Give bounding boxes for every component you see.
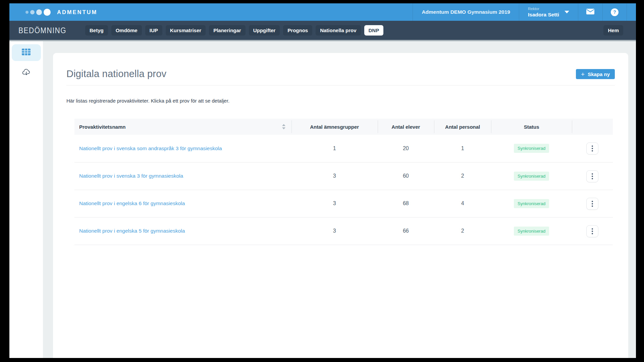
row-menu-button[interactable] [586, 225, 598, 237]
tab-uppgifter[interactable]: Uppgifter [249, 25, 280, 36]
page-description: Här listas registrerade provaktiviteter.… [66, 98, 615, 104]
staff-count: 2 [434, 162, 491, 190]
table-row: Nationellt prov i svenska som andraspråk… [74, 135, 613, 162]
school-name: Admentum DEMO Gymnasium 2019 [413, 3, 519, 21]
main-card: Digitala nationella prov + Skapa ny Här … [53, 53, 628, 358]
table-grid-icon [22, 49, 31, 57]
sidebar [9, 41, 43, 358]
staff-count: 4 [434, 190, 491, 217]
groups-count: 1 [291, 135, 378, 162]
user-name: Isadora Setti [528, 11, 559, 18]
column-header-name[interactable]: Provaktivitetsnamn [74, 119, 291, 135]
help-icon: ? [611, 8, 619, 16]
column-header-groups: Antal ämnesgrupper [291, 119, 378, 135]
sort-icon[interactable] [282, 124, 285, 129]
sidebar-item-import[interactable] [12, 66, 41, 80]
page-title: Digitala nationella prov [66, 68, 615, 79]
tab-iup[interactable]: IUP [145, 25, 162, 36]
students-count: 66 [378, 217, 434, 245]
logo-dot-icon [44, 9, 51, 16]
logo-dot-icon [25, 11, 29, 14]
students-count: 60 [378, 162, 434, 190]
create-new-label: Skapa ny [588, 71, 610, 77]
tab-omdome[interactable]: Omdöme [111, 25, 142, 36]
topbar-divider [627, 3, 636, 21]
tab-nationella-prov[interactable]: Nationella prov [316, 25, 361, 36]
groups-count: 3 [291, 162, 378, 190]
test-link[interactable]: Nationellt prov i svenska 3 för gymnasie… [79, 173, 183, 179]
plus-icon: + [581, 71, 585, 77]
status-badge: Synkroniserad [514, 144, 549, 153]
status-badge: Synkroniserad [514, 172, 549, 181]
top-bar: ADMENTUM Admentum DEMO Gymnasium 2019 Re… [9, 3, 636, 21]
logo-dot-icon [36, 9, 42, 15]
column-header-actions [572, 119, 613, 135]
help-button[interactable]: ? [602, 3, 627, 21]
user-role: Rektor [528, 6, 559, 11]
table-header-row: Provaktivitetsnamn Antal ämnesgrupper An… [74, 119, 613, 135]
envelope-icon [586, 9, 594, 16]
table-row: Nationellt prov i engelska 6 för gymnasi… [74, 190, 613, 217]
tab-kursmatriser[interactable]: Kursmatriser [166, 25, 206, 36]
row-menu-button[interactable] [586, 170, 598, 182]
title-divider [66, 85, 615, 85]
brand-name: ADMENTUM [57, 9, 97, 15]
cloud-download-icon [22, 69, 31, 77]
test-link[interactable]: Nationellt prov i engelska 6 för gymnasi… [79, 200, 185, 206]
app-window: ADMENTUM Admentum DEMO Gymnasium 2019 Re… [9, 3, 636, 358]
brand-logo[interactable]: ADMENTUM [9, 3, 97, 21]
column-header-staff: Antal personal [434, 119, 491, 135]
logo-dot-icon [30, 10, 35, 14]
sidebar-item-tests[interactable] [12, 44, 41, 61]
create-new-button[interactable]: + Skapa ny [576, 69, 615, 79]
table-row: Nationellt prov i engelska 5 för gymnasi… [74, 217, 613, 245]
tab-planeringar[interactable]: Planeringar [209, 25, 246, 36]
row-menu-button[interactable] [586, 142, 598, 155]
tab-betyg[interactable]: Betyg [85, 25, 108, 36]
messages-button[interactable] [578, 3, 602, 21]
module-nav-bar: BEDÖMNING Betyg Omdöme IUP Kursmatriser … [9, 21, 636, 41]
staff-count: 2 [434, 217, 491, 245]
students-count: 68 [378, 190, 434, 217]
nav-tabs: Betyg Omdöme IUP Kursmatriser Planeringa… [85, 25, 383, 36]
tab-hem[interactable]: Hem [603, 25, 623, 36]
column-header-students: Antal elever [378, 119, 434, 135]
tab-dnp[interactable]: DNP [364, 25, 384, 36]
row-menu-button[interactable] [586, 198, 598, 210]
tab-prognos[interactable]: Prognos [283, 25, 312, 36]
module-title: BEDÖMNING [18, 26, 66, 35]
groups-count: 3 [291, 190, 378, 217]
caret-down-icon [565, 11, 569, 13]
column-header-status: Status [491, 119, 572, 135]
test-link[interactable]: Nationellt prov i engelska 5 för gymnasi… [79, 228, 185, 234]
status-badge: Synkroniserad [514, 227, 549, 236]
staff-count: 1 [434, 135, 491, 162]
test-link[interactable]: Nationellt prov i svenska som andraspråk… [79, 145, 222, 151]
students-count: 20 [378, 135, 434, 162]
status-badge: Synkroniserad [514, 199, 549, 208]
tests-table: Provaktivitetsnamn Antal ämnesgrupper An… [74, 119, 613, 245]
content-area: Digitala nationella prov + Skapa ny Här … [9, 41, 636, 358]
table-row: Nationellt prov i svenska 3 för gymnasie… [74, 162, 613, 190]
groups-count: 3 [291, 217, 378, 245]
user-menu[interactable]: Rektor Isadora Setti [519, 3, 578, 21]
